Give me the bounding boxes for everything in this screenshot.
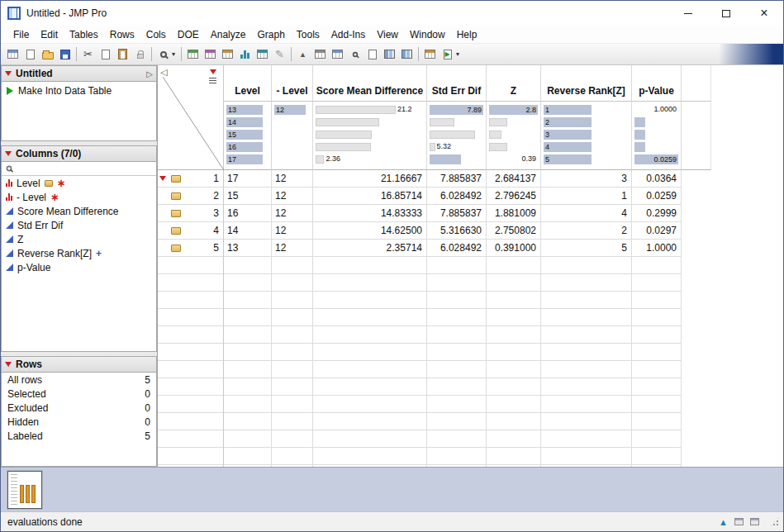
header-graph-level[interactable]: 13 14 15 16 17	[224, 102, 272, 170]
menu-graph[interactable]: Graph	[251, 27, 290, 42]
row-header-3[interactable]: 3	[158, 205, 224, 222]
row-header-2[interactable]: 2	[158, 188, 224, 205]
table-view-icon[interactable]	[311, 46, 329, 63]
cell[interactable]: 21.16667	[313, 170, 427, 188]
empty-cell-region[interactable]	[313, 257, 427, 467]
row-header-4[interactable]: 4	[158, 222, 224, 240]
new-data-table-icon[interactable]	[4, 46, 21, 63]
cell[interactable]: 14	[224, 222, 272, 240]
column-header-reverse-rank-z[interactable]: Reverse Rank[Z]	[541, 65, 632, 102]
column-item-std-err-dif[interactable]: Std Err Dif	[2, 218, 156, 232]
rows-menu-icon[interactable]	[159, 176, 166, 181]
sidebar-collapse-icon[interactable]: ◁	[160, 67, 167, 78]
menu-rows[interactable]: Rows	[104, 27, 140, 42]
column-item-score-mean-difference[interactable]: Score Mean Difference	[2, 204, 156, 218]
header-graph-p-value[interactable]: 1.0000 0.0259	[632, 102, 682, 170]
header-graph-neg-level[interactable]: 12	[272, 102, 313, 170]
cell[interactable]: 13	[224, 240, 272, 257]
toolbar-options-icon[interactable]: ▾	[456, 50, 463, 58]
cell[interactable]: 7.885837	[427, 205, 487, 222]
column-header-z[interactable]: Z	[487, 65, 541, 102]
resize-grip[interactable]	[769, 516, 780, 527]
cell[interactable]: 5	[541, 240, 632, 257]
cut-icon[interactable]: ✂	[79, 46, 97, 63]
cell[interactable]: 2.750802	[487, 222, 541, 240]
columns-panel-header[interactable]: Columns (7/0)	[2, 146, 156, 162]
menu-edit[interactable]: Edit	[35, 27, 64, 42]
cell[interactable]: 0.391000	[487, 240, 541, 257]
report-thumbnail[interactable]	[7, 471, 42, 509]
cell[interactable]: 0.0364	[632, 170, 682, 188]
cell[interactable]: 2.35714	[313, 240, 427, 257]
column-header-p-value[interactable]: p-Value	[632, 65, 682, 102]
header-graph-z[interactable]: 2.8 0.39	[487, 102, 541, 170]
column-item-neg-level[interactable]: - Level ∗	[2, 190, 156, 204]
column-header-score-mean-difference[interactable]: Score Mean Difference	[313, 65, 427, 102]
sort-columns-icon[interactable]	[381, 46, 398, 63]
column-header-level[interactable]: Level	[224, 65, 272, 102]
paste-icon[interactable]	[114, 46, 131, 63]
column-header-neg-level[interactable]: - Level	[272, 65, 313, 102]
cell[interactable]: 7.885837	[427, 170, 487, 188]
red-triangle-menu-icon[interactable]	[5, 362, 12, 367]
columns-menu-icon[interactable]	[210, 69, 216, 74]
empty-cell-region[interactable]	[272, 257, 313, 467]
zoom-icon[interactable]	[154, 46, 172, 63]
cell[interactable]: 2.684137	[487, 170, 541, 188]
maximize-button[interactable]	[707, 1, 745, 26]
cell[interactable]: 16	[224, 205, 272, 222]
cell[interactable]: 0.0259	[632, 188, 682, 205]
menu-analyze[interactable]: Analyze	[205, 27, 252, 42]
empty-cell-region[interactable]	[487, 257, 541, 467]
menu-addins[interactable]: Add-Ins	[325, 27, 371, 42]
cell[interactable]: 2	[541, 222, 632, 240]
zoom-dropdown-icon[interactable]: ▾	[172, 50, 178, 58]
red-triangle-menu-icon[interactable]	[5, 71, 12, 76]
cell[interactable]: 12	[272, 188, 313, 205]
menu-tools[interactable]: Tools	[291, 27, 325, 42]
cell[interactable]: 1	[541, 188, 632, 205]
menu-tables[interactable]: Tables	[64, 27, 104, 42]
menu-file[interactable]: File	[7, 27, 35, 42]
cell[interactable]: 14.62500	[313, 222, 427, 240]
column-item-z[interactable]: Z	[2, 232, 156, 246]
window-cascade-icon[interactable]	[750, 518, 759, 525]
empty-cell-region[interactable]	[541, 257, 632, 467]
cell[interactable]: 12	[272, 170, 313, 188]
cell[interactable]: 3	[541, 170, 632, 188]
row-header-1[interactable]: 1	[158, 170, 224, 188]
lock-icon[interactable]	[131, 46, 149, 63]
cell[interactable]: 6.028492	[427, 188, 487, 205]
table-panel-header[interactable]: Untitled ▷	[2, 66, 156, 82]
sort-ascending-icon[interactable]: ▲	[294, 46, 311, 63]
cell[interactable]: 1.881009	[487, 205, 541, 222]
menu-view[interactable]: View	[371, 27, 404, 42]
new-journal-icon[interactable]	[21, 46, 39, 63]
run-script-icon[interactable]: ▶	[439, 46, 456, 63]
close-button[interactable]: ×	[745, 1, 783, 26]
red-triangle-menu-icon[interactable]	[5, 151, 12, 156]
column-item-p-value[interactable]: p-Value	[2, 260, 156, 274]
panel-expand-icon[interactable]: ▷	[146, 69, 153, 78]
data-table-icon[interactable]	[184, 46, 202, 63]
header-graph-reverse-rank-z[interactable]: 1 2 3 4 5	[541, 102, 632, 170]
column-item-reverse-rank-z[interactable]: Reverse Rank[Z] +	[2, 246, 156, 260]
scroll-top-icon[interactable]: ▲	[719, 517, 728, 527]
table-grid-icon[interactable]	[329, 46, 346, 63]
header-graph-std-err-dif[interactable]: 7.89 5.32	[427, 102, 487, 170]
cell[interactable]: 1.0000	[632, 240, 682, 257]
rows-panel-header[interactable]: Rows	[2, 357, 156, 373]
cell[interactable]: 12	[272, 240, 313, 257]
column-item-level[interactable]: Level ∗	[2, 176, 156, 190]
minimize-button[interactable]	[669, 1, 707, 26]
draw-pencil-icon[interactable]: ✎	[271, 46, 288, 63]
columns-search-input[interactable]	[17, 163, 152, 174]
cell[interactable]: 17	[224, 170, 272, 188]
cell[interactable]: 12	[272, 222, 313, 240]
cell[interactable]: 4	[541, 205, 632, 222]
cell[interactable]: 2.796245	[487, 188, 541, 205]
empty-cell-region[interactable]	[632, 257, 682, 467]
sort-columns-2-icon[interactable]	[398, 46, 416, 63]
menu-help[interactable]: Help	[451, 27, 483, 42]
cell[interactable]: 12	[272, 205, 313, 222]
